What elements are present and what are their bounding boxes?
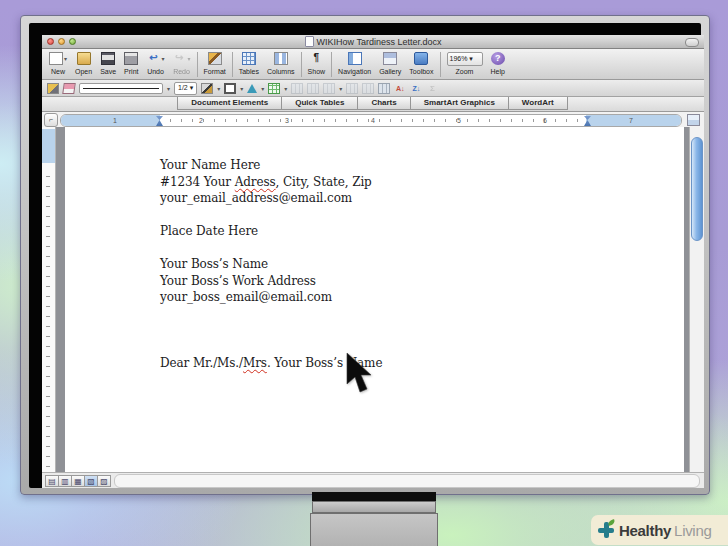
left-margin-area <box>61 115 160 126</box>
toolbar-button-tables[interactable]: Tables <box>235 51 263 76</box>
ruler-number: 3 <box>285 117 289 124</box>
monitor-stand-base <box>310 513 438 546</box>
insert-rows-icon[interactable] <box>291 83 303 94</box>
letter-line: Your Boss’s Name <box>160 256 382 273</box>
split-view-icon[interactable] <box>687 114 700 126</box>
split-cells-icon[interactable] <box>346 83 358 94</box>
zoom-window-button[interactable] <box>69 38 76 45</box>
letter-text-segment: Your Name Here <box>160 158 260 172</box>
ruler-number: 7 <box>629 117 633 124</box>
letter-line <box>160 322 382 339</box>
zoom-level-select[interactable]: 196% ▾ <box>447 52 483 66</box>
border-color-pen-icon[interactable] <box>201 83 213 94</box>
toolbar-button-show[interactable]: ¶Show <box>304 51 330 76</box>
sort-descending-icon[interactable]: Z↓ <box>410 83 422 94</box>
print-layout-view-button[interactable]: ▧ <box>84 475 98 487</box>
letter-line: Place Date Here <box>160 223 382 240</box>
vertical-scrollbar[interactable] <box>689 127 704 472</box>
misspelled-word: Mrs <box>243 356 267 370</box>
eraser-icon[interactable] <box>62 83 76 94</box>
sort-ascending-icon[interactable]: A↓ <box>394 83 406 94</box>
gallery-icon <box>383 52 397 65</box>
toolbar-button-format[interactable]: Format <box>200 51 230 76</box>
document-page[interactable]: Your Name Here#1234 Your Adress, City, S… <box>65 127 684 472</box>
minimize-button[interactable] <box>58 38 65 45</box>
tab-quick-tables[interactable]: Quick Tables <box>281 97 358 110</box>
tab-stop-selector[interactable]: ⌐ <box>44 113 58 127</box>
toolbar-button-redo[interactable]: ↪▾Redo <box>169 51 195 76</box>
vertical-scrollbar-thumb[interactable] <box>691 137 703 241</box>
toolbar-button-open[interactable]: Open <box>71 51 96 76</box>
notebook-layout-view-button[interactable]: ▨ <box>97 475 111 487</box>
ruler-number: 2 <box>199 117 203 124</box>
format-brush-icon <box>208 52 222 65</box>
open-folder-icon <box>77 52 91 65</box>
autofit-icon[interactable] <box>378 83 390 94</box>
title-bar[interactable]: WIKIHow Tardiness Letter.docx <box>42 35 704 49</box>
horizontal-ruler[interactable]: 1234567 <box>60 114 682 127</box>
help-icon: ? <box>491 52 505 65</box>
outline-view-button[interactable]: ▥ <box>58 475 72 487</box>
toolbar-button-undo[interactable]: ↩▾Undo <box>143 51 169 76</box>
tab-charts[interactable]: Charts <box>357 97 410 110</box>
healthy-living-logo: Healthy Living <box>591 515 728 545</box>
toolbar-button-label: Navigation <box>338 67 371 76</box>
chevron-down-icon: ▾ <box>261 85 264 92</box>
show-marks-icon: ¶ <box>309 52 323 65</box>
insert-columns-icon[interactable] <box>307 83 319 94</box>
document-icon <box>305 36 314 47</box>
ruler-number: 5 <box>457 117 461 124</box>
publishing-layout-view-button[interactable]: ▦ <box>71 475 85 487</box>
merge-cells-icon[interactable] <box>323 83 335 94</box>
draft-view-button[interactable]: ▤ <box>45 475 59 487</box>
toolbar-button-columns[interactable]: Columns <box>263 51 299 76</box>
toolbar-button-label: Toolbox <box>409 67 433 76</box>
chevron-down-icon: ▾ <box>188 55 191 62</box>
borders-icon[interactable] <box>224 83 236 94</box>
redo-icon: ↪ <box>173 52 187 65</box>
chevron-down-icon: ▾ <box>339 85 342 92</box>
toolbar-button-new[interactable]: ▾New <box>45 51 71 76</box>
letter-text-segment: your_boss_email@email.com <box>160 290 332 304</box>
letter-text: Your Name Here#1234 Your Adress, City, S… <box>160 157 382 372</box>
toolbar-button-toolbox[interactable]: Toolbox <box>405 51 437 76</box>
ruler-number: 1 <box>113 117 117 124</box>
misspelled-word: Adress <box>235 175 276 189</box>
tab-document-elements[interactable]: Document Elements <box>177 97 282 110</box>
toolbar-button-navigation[interactable]: Navigation <box>334 51 375 76</box>
toolbar-button-gallery[interactable]: Gallery <box>375 51 405 76</box>
tab-smartart-graphics[interactable]: SmartArt Graphics <box>410 97 509 110</box>
close-button[interactable] <box>47 38 54 45</box>
line-weight-select[interactable]: 1/2 ▾ <box>174 82 197 95</box>
chevron-down-icon: ▾ <box>167 85 170 92</box>
letter-line: #1234 Your Adress, City, State, Zip <box>160 174 382 191</box>
toolbar-button-label: Save <box>100 67 116 76</box>
monitor-stand-column <box>312 501 436 513</box>
tab-wordart[interactable]: WordArt <box>508 97 568 110</box>
letter-text-segment: Your Boss’s Name <box>160 257 268 271</box>
line-style-select[interactable] <box>79 83 163 94</box>
window-title: WIKIHow Tardiness Letter.docx <box>42 35 704 48</box>
chevron-down-icon: ▾ <box>284 85 287 92</box>
vertical-ruler[interactable] <box>42 127 56 472</box>
toolbar-button-label: Help <box>491 67 505 76</box>
toolbar-button-print[interactable]: Print <box>120 51 142 76</box>
align-cells-icon[interactable] <box>362 83 374 94</box>
autosum-icon[interactable]: Σ <box>426 83 438 94</box>
toolbar-button-label: Tables <box>239 67 259 76</box>
toolbox-icon <box>414 52 428 65</box>
toolbar-toggle-button[interactable] <box>685 38 699 47</box>
toolbar-button-help[interactable]: ?Help <box>487 51 509 76</box>
letter-line <box>160 207 382 224</box>
toolbar: ▾NewOpenSavePrint↩▾Undo↪▾RedoFormatTable… <box>42 49 704 80</box>
tables-and-borders-toolbar: ▾1/2 ▾▾▾▾▾▾A↓Z↓Σ <box>42 80 704 97</box>
draw-table-pencil-icon[interactable] <box>47 83 59 94</box>
monitor-stand-neck <box>312 492 436 501</box>
letter-line <box>160 240 382 257</box>
top-margin-area <box>42 129 55 163</box>
horizontal-scrollbar[interactable] <box>114 474 700 488</box>
toolbar-button-zoom[interactable]: 196% ▾Zoom <box>443 51 487 76</box>
shading-icon[interactable] <box>247 84 257 93</box>
toolbar-button-save[interactable]: Save <box>96 51 120 76</box>
insert-table-icon[interactable] <box>268 83 280 94</box>
